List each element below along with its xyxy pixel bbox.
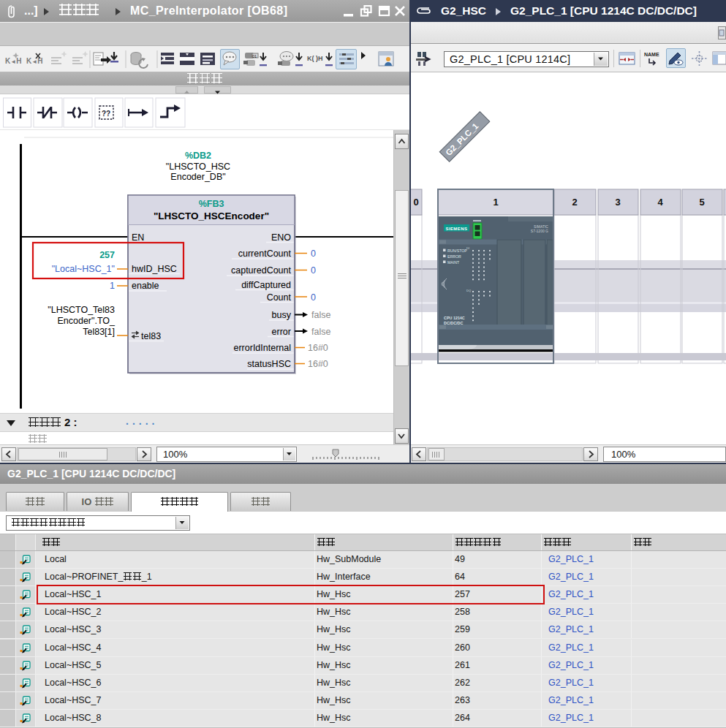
svg-text:S7-1200 G: S7-1200 G xyxy=(531,229,548,233)
svg-text:EN: EN xyxy=(132,232,144,243)
svg-text:%DB2: %DB2 xyxy=(185,151,211,161)
svg-text:DQ: DQ xyxy=(466,289,472,292)
svg-text:0: 0 xyxy=(311,292,316,303)
svg-text:false: false xyxy=(311,327,330,337)
svg-text:hwID_HSC: hwID_HSC xyxy=(132,264,177,274)
svg-text:NAME: NAME xyxy=(644,52,659,57)
svg-text:SIEMENS: SIEMENS xyxy=(446,227,468,231)
svg-text:1: 1 xyxy=(110,281,115,291)
svg-text:3: 3 xyxy=(615,197,620,208)
svg-text:MAINT: MAINT xyxy=(447,260,460,265)
svg-text:Encoder_DB": Encoder_DB" xyxy=(170,172,225,182)
svg-text:257: 257 xyxy=(99,250,115,260)
svg-text:busy: busy xyxy=(272,310,292,320)
svg-text:errorIdInternal: errorIdInternal xyxy=(233,343,291,353)
svg-text:ERROR: ERROR xyxy=(447,254,461,259)
svg-text:CPU 1214C: CPU 1214C xyxy=(444,316,465,320)
svg-text:ENO: ENO xyxy=(271,232,291,243)
svg-text:??: ?? xyxy=(102,110,110,118)
svg-text:"LHSCTO_HSCEncoder": "LHSCTO_HSCEncoder" xyxy=(154,211,269,221)
svg-text:5: 5 xyxy=(699,197,704,208)
svg-text:0: 0 xyxy=(311,249,316,259)
svg-text:0: 0 xyxy=(311,265,316,276)
svg-text:0: 0 xyxy=(413,197,418,208)
svg-text:Encoder".TO_: Encoder".TO_ xyxy=(57,316,116,326)
svg-text:"LHSCTO_Tel83: "LHSCTO_Tel83 xyxy=(48,305,115,315)
svg-text:K◄H: K◄H xyxy=(5,57,21,65)
svg-text:16#0: 16#0 xyxy=(308,343,328,353)
svg-text:statusHSC: statusHSC xyxy=(247,359,291,369)
svg-text:K( )H: K( )H xyxy=(307,55,323,62)
svg-text:%FB3: %FB3 xyxy=(199,199,224,209)
svg-text:"LHSCTO_HSC: "LHSCTO_HSC xyxy=(166,162,230,172)
svg-text:tel83: tel83 xyxy=(141,331,161,341)
svg-text:2: 2 xyxy=(572,197,577,208)
svg-text:G2_PLC_1: G2_PLC_1 xyxy=(444,121,480,158)
svg-text:capturedCount: capturedCount xyxy=(231,265,292,276)
svg-text:false: false xyxy=(311,310,330,320)
svg-text:diffCaptured: diffCaptured xyxy=(241,280,291,290)
svg-text:"Local~HSC_1": "Local~HSC_1" xyxy=(52,264,115,274)
svg-text:4: 4 xyxy=(657,197,663,208)
svg-text:RUN/STOP: RUN/STOP xyxy=(447,249,467,253)
svg-text:1: 1 xyxy=(493,197,498,208)
svg-text:currentCount: currentCount xyxy=(238,249,292,259)
svg-text:16#0: 16#0 xyxy=(308,359,328,369)
svg-text:DI: DI xyxy=(466,246,469,250)
svg-text:Tel83[1]: Tel83[1] xyxy=(83,327,115,337)
svg-text:01: 01 xyxy=(252,54,257,58)
svg-text:enable: enable xyxy=(132,281,159,291)
svg-text:Count: Count xyxy=(267,292,292,303)
svg-text:error: error xyxy=(272,327,291,337)
